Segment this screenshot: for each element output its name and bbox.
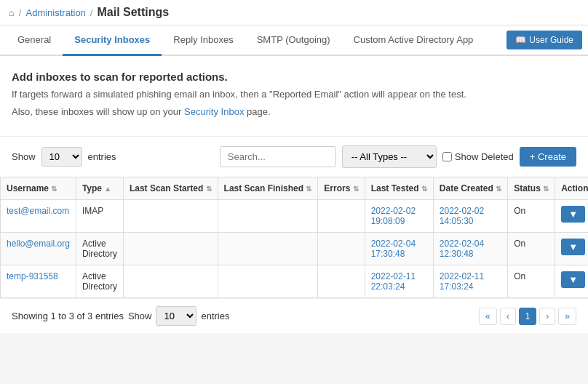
cell-last-scan-started xyxy=(123,265,218,298)
cell-errors xyxy=(318,265,365,298)
cell-errors xyxy=(318,233,365,265)
cell-last-scan-finished xyxy=(218,265,318,298)
user-guide-button[interactable]: 📖 User Guide xyxy=(506,31,582,49)
description-section: Add inboxes to scan for reported actions… xyxy=(0,56,588,136)
cell-last-scan-finished xyxy=(218,233,318,265)
table-row: hello@email.org Active Directory 2022-02… xyxy=(1,233,589,265)
type-select[interactable]: -- All Types -- IMAP Active Directory xyxy=(342,145,437,168)
description-line1: If targets forward a simulated phishing … xyxy=(12,87,576,102)
table-row: temp-931558 Active Directory 2022-02-112… xyxy=(1,265,589,298)
cell-actions: ▼ xyxy=(555,233,588,265)
tab-general[interactable]: General xyxy=(6,25,63,56)
inboxes-table: Username ⇅ Type ▲ Last Scan Started ⇅ La… xyxy=(0,177,588,298)
col-actions: Actions xyxy=(555,177,588,200)
cell-actions: ▼ xyxy=(555,200,588,233)
sort-icon-errors: ⇅ xyxy=(353,185,359,193)
breadcrumb-sep: / xyxy=(19,7,22,18)
table-container: Username ⇅ Type ▲ Last Scan Started ⇅ La… xyxy=(0,177,588,298)
cell-errors xyxy=(318,200,365,233)
page-1-button[interactable]: 1 xyxy=(519,308,537,325)
tab-reply-inboxes[interactable]: Reply Inboxes xyxy=(162,25,245,56)
breadcrumb-current: Mail Settings xyxy=(97,6,169,19)
cell-type: Active Directory xyxy=(76,233,123,265)
next-button[interactable]: › xyxy=(539,308,555,325)
breadcrumb-sep2: / xyxy=(90,7,93,18)
sort-icon-lss: ⇅ xyxy=(206,185,212,193)
col-status[interactable]: Status ⇅ xyxy=(508,177,555,200)
book-icon: 📖 xyxy=(515,35,526,45)
sort-icon-lt: ⇅ xyxy=(421,185,427,193)
toolbar: Show 10 25 50 100 entries -- All Types -… xyxy=(0,136,588,177)
action-dropdown-button[interactable]: ▼ xyxy=(561,271,585,288)
table-row: test@email.com IMAP 2022-02-0219:08:09 2… xyxy=(1,200,589,233)
prev-prev-button[interactable]: « xyxy=(479,308,497,325)
showing-text: Showing 1 to 3 of 3 entries xyxy=(12,311,124,321)
col-type[interactable]: Type ▲ xyxy=(76,177,123,200)
sort-icon-username: ⇅ xyxy=(51,185,57,193)
cell-username[interactable]: temp-931558 xyxy=(1,265,76,298)
entries-label: entries xyxy=(88,151,116,162)
next-next-button[interactable]: » xyxy=(558,308,576,325)
cell-status: On xyxy=(508,265,555,298)
sort-icon-type: ▲ xyxy=(104,185,111,193)
description-line2: Also, these inboxes will show up on your… xyxy=(12,105,576,119)
pagination: « ‹ 1 › » xyxy=(479,308,576,325)
cell-last-tested: 2022-02-0417:30:48 xyxy=(365,233,433,265)
prev-button[interactable]: ‹ xyxy=(500,308,516,325)
cell-username[interactable]: hello@email.org xyxy=(1,233,76,265)
sort-icon-lsf: ⇅ xyxy=(306,185,311,193)
action-dropdown-button[interactable]: ▼ xyxy=(561,239,585,255)
cell-last-tested: 2022-02-1122:03:24 xyxy=(365,265,433,298)
cell-type: Active Directory xyxy=(76,265,123,298)
show-deleted-label: Show Deleted xyxy=(442,151,514,162)
col-last-scan-finished[interactable]: Last Scan Finished ⇅ xyxy=(218,177,318,200)
action-dropdown-button[interactable]: ▼ xyxy=(561,206,585,223)
show-label: Show xyxy=(12,151,36,162)
tabs-bar: General Security Inboxes Reply Inboxes S… xyxy=(0,25,588,56)
show-deleted-checkbox[interactable] xyxy=(442,152,452,161)
cell-status: On xyxy=(508,200,555,233)
col-last-tested[interactable]: Last Tested ⇅ xyxy=(365,177,433,200)
footer: Showing 1 to 3 of 3 entries Show 10 25 5… xyxy=(0,298,588,333)
search-input[interactable] xyxy=(220,146,336,167)
tab-custom-ad-app[interactable]: Custom Active Directory App xyxy=(342,25,485,56)
cell-last-scan-started xyxy=(123,200,218,233)
col-username[interactable]: Username ⇅ xyxy=(1,177,76,200)
home-icon[interactable]: ⌂ xyxy=(9,7,15,18)
cell-last-scan-started xyxy=(123,233,218,265)
tab-smtp-outgoing[interactable]: SMTP (Outgoing) xyxy=(245,25,342,56)
breadcrumb-admin[interactable]: Administration xyxy=(25,7,85,18)
sort-icon-status: ⇅ xyxy=(543,185,549,193)
entries-select[interactable]: 10 25 50 100 xyxy=(41,147,82,167)
cell-last-scan-finished xyxy=(218,200,318,233)
cell-username[interactable]: test@email.com xyxy=(1,200,76,233)
footer-entries-select[interactable]: 10 25 50 100 xyxy=(156,306,196,326)
tab-security-inboxes[interactable]: Security Inboxes xyxy=(63,25,162,56)
create-button[interactable]: + Create xyxy=(520,147,576,167)
cell-date-created: 2022-02-1117:03:24 xyxy=(433,265,507,298)
cell-date-created: 2022-02-0412:30:48 xyxy=(433,233,507,265)
col-errors[interactable]: Errors ⇅ xyxy=(318,177,365,200)
cell-type: IMAP xyxy=(76,200,123,233)
cell-last-tested: 2022-02-0219:08:09 xyxy=(365,200,433,233)
description-heading: Add inboxes to scan for reported actions… xyxy=(12,71,576,83)
cell-actions: ▼ xyxy=(555,265,588,298)
col-date-created[interactable]: Date Created ⇅ xyxy=(433,177,507,200)
footer-show: Show 10 25 50 100 entries xyxy=(128,306,230,326)
col-last-scan-started[interactable]: Last Scan Started ⇅ xyxy=(123,177,218,200)
cell-status: On xyxy=(508,233,555,265)
sort-icon-dc: ⇅ xyxy=(496,185,501,193)
cell-date-created: 2022-02-0214:05:30 xyxy=(433,200,507,233)
security-inbox-link[interactable]: Security Inbox xyxy=(184,106,244,117)
breadcrumb: ⌂ / Administration / Mail Settings xyxy=(0,0,588,25)
